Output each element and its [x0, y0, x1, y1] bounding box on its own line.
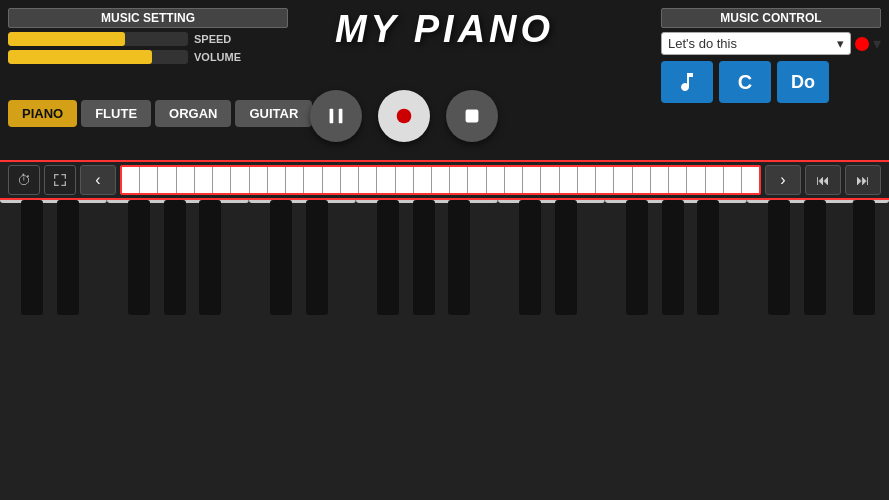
mini-white-key — [177, 167, 195, 193]
mini-white-key — [323, 167, 341, 193]
mini-white-key — [487, 167, 505, 193]
mini-white-key — [633, 167, 651, 193]
organ-button[interactable]: ORGAN — [155, 100, 231, 127]
svg-rect-14 — [519, 200, 541, 315]
white-key[interactable] — [819, 200, 855, 203]
white-key[interactable] — [605, 200, 641, 203]
instrument-buttons: PIANO FLUTE ORGAN GUITAR — [8, 100, 312, 127]
mini-white-key — [560, 167, 578, 193]
svg-rect-1 — [339, 109, 343, 124]
top-bar: MY PIANO MUSIC SETTING SPEED VOLUME PIAN… — [0, 0, 889, 160]
svg-rect-0 — [330, 109, 334, 124]
flute-button[interactable]: FLUTE — [81, 100, 151, 127]
white-key[interactable] — [641, 200, 677, 203]
do-button[interactable]: Do — [777, 61, 829, 103]
forward-button[interactable]: ⏭ — [845, 165, 881, 195]
svg-rect-20 — [804, 200, 826, 315]
svg-rect-12 — [413, 200, 435, 315]
next-icon: › — [780, 171, 785, 189]
white-key[interactable] — [534, 200, 570, 203]
fullscreen-button[interactable] — [44, 165, 76, 195]
speed-slider-fill — [8, 32, 125, 46]
mini-white-key — [341, 167, 359, 193]
white-key[interactable] — [71, 200, 107, 203]
white-key[interactable] — [498, 200, 534, 203]
mini-white-key — [669, 167, 687, 193]
forward-icon: ⏭ — [856, 172, 870, 188]
white-key[interactable] — [783, 200, 819, 203]
white-key[interactable] — [214, 200, 250, 203]
svg-rect-4 — [21, 200, 43, 315]
white-key[interactable] — [676, 200, 712, 203]
guitar-button[interactable]: GUITAR — [235, 100, 312, 127]
music-note-button[interactable] — [661, 61, 713, 103]
mini-white-key — [195, 167, 213, 193]
mini-white-key — [578, 167, 596, 193]
mini-white-key — [596, 167, 614, 193]
white-key[interactable] — [463, 200, 499, 203]
song-name: Let's do this — [668, 36, 737, 51]
stop-button[interactable] — [446, 90, 498, 142]
white-key[interactable] — [747, 200, 783, 203]
timer-button[interactable]: ⏱ — [8, 165, 40, 195]
expand-icon[interactable]: ▾ — [873, 34, 881, 53]
rewind-icon: ⏮ — [816, 172, 830, 188]
white-key[interactable] — [178, 200, 214, 203]
volume-slider-fill — [8, 50, 152, 64]
piano-area — [0, 200, 889, 500]
c-label: C — [738, 71, 752, 94]
rewind-button[interactable]: ⏮ — [805, 165, 841, 195]
white-key[interactable] — [356, 200, 392, 203]
svg-rect-7 — [164, 200, 186, 315]
white-key[interactable] — [712, 200, 748, 203]
mini-white-key — [468, 167, 486, 193]
svg-rect-13 — [448, 200, 470, 315]
settings-panel: MUSIC SETTING SPEED VOLUME — [8, 8, 288, 68]
mini-white-key — [614, 167, 632, 193]
white-key[interactable] — [854, 200, 889, 203]
volume-slider-track[interactable] — [8, 50, 188, 64]
prev-button[interactable]: ‹ — [80, 165, 116, 195]
piano-keys-container[interactable] — [0, 200, 889, 203]
c-button[interactable]: C — [719, 61, 771, 103]
white-key[interactable] — [392, 200, 428, 203]
white-key[interactable] — [36, 200, 72, 203]
white-key[interactable] — [249, 200, 285, 203]
mini-white-key — [268, 167, 286, 193]
white-key[interactable] — [142, 200, 178, 203]
white-key[interactable] — [285, 200, 321, 203]
mini-white-key — [706, 167, 724, 193]
mini-white-key — [742, 167, 759, 193]
speed-slider-track[interactable] — [8, 32, 188, 46]
white-key[interactable] — [107, 200, 143, 203]
svg-rect-9 — [270, 200, 292, 315]
mini-white-key — [724, 167, 742, 193]
white-key[interactable] — [320, 200, 356, 203]
mini-white-key — [523, 167, 541, 193]
volume-row: VOLUME — [8, 50, 288, 64]
svg-rect-21 — [853, 200, 875, 315]
mini-white-key — [231, 167, 249, 193]
song-dropdown[interactable]: Let's do this ▾ — [661, 32, 851, 55]
next-button[interactable]: › — [765, 165, 801, 195]
pause-button[interactable] — [310, 90, 362, 142]
mini-white-key — [213, 167, 231, 193]
mini-white-key — [140, 167, 158, 193]
mini-white-key — [450, 167, 468, 193]
white-key[interactable] — [0, 200, 36, 203]
music-control-label: MUSIC CONTROL — [661, 8, 881, 28]
song-selector-row: Let's do this ▾ ▾ — [661, 32, 881, 55]
piano-button[interactable]: PIANO — [8, 100, 77, 127]
speed-label: SPEED — [194, 33, 231, 45]
mini-white-key — [687, 167, 705, 193]
record-button[interactable] — [378, 90, 430, 142]
mini-white-key — [505, 167, 523, 193]
app-title: MY PIANO — [335, 8, 554, 51]
svg-rect-10 — [306, 200, 328, 315]
prev-icon: ‹ — [95, 171, 100, 189]
mini-white-key — [286, 167, 304, 193]
white-key[interactable] — [570, 200, 606, 203]
mini-white-key — [359, 167, 377, 193]
mc-action-buttons: C Do — [661, 61, 881, 103]
white-key[interactable] — [427, 200, 463, 203]
